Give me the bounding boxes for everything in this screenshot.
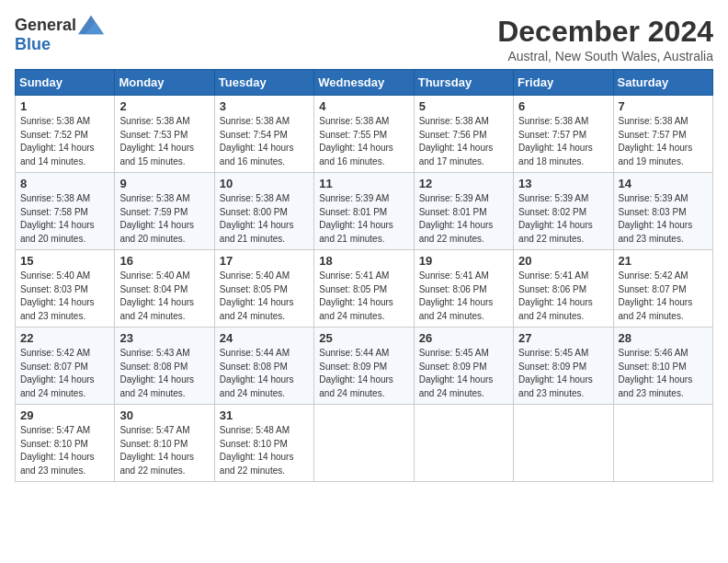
week-row-1: 1Sunrise: 5:38 AMSunset: 7:52 PMDaylight… xyxy=(16,96,713,173)
calendar-cell: 22Sunrise: 5:42 AMSunset: 8:07 PMDayligh… xyxy=(16,327,115,405)
day-number: 3 xyxy=(220,99,309,113)
day-number: 13 xyxy=(518,177,608,190)
day-number: 6 xyxy=(518,99,608,113)
header-wednesday: Wednesday xyxy=(314,70,414,96)
calendar-cell: 5Sunrise: 5:38 AMSunset: 7:56 PMDaylight… xyxy=(414,96,513,173)
title-area: December 2024 Austral, New South Wales, … xyxy=(497,15,713,63)
calendar-cell: 23Sunrise: 5:43 AMSunset: 8:08 PMDayligh… xyxy=(115,327,214,405)
day-info: Sunrise: 5:38 AMSunset: 8:00 PMDaylight:… xyxy=(220,192,309,246)
day-info: Sunrise: 5:40 AMSunset: 8:05 PMDaylight:… xyxy=(220,270,309,323)
header: General Blue December 2024 Austral, New … xyxy=(15,15,713,63)
day-info: Sunrise: 5:38 AMSunset: 7:54 PMDaylight:… xyxy=(220,115,309,168)
day-info: Sunrise: 5:40 AMSunset: 8:03 PMDaylight:… xyxy=(20,270,109,323)
day-info: Sunrise: 5:46 AMSunset: 8:10 PMDaylight:… xyxy=(619,347,708,400)
day-number: 10 xyxy=(220,177,309,190)
month-title: December 2024 xyxy=(497,15,713,49)
calendar-cell: 10Sunrise: 5:38 AMSunset: 8:00 PMDayligh… xyxy=(214,173,313,250)
calendar-cell: 30Sunrise: 5:47 AMSunset: 8:10 PMDayligh… xyxy=(115,405,214,482)
day-info: Sunrise: 5:44 AMSunset: 8:09 PMDaylight:… xyxy=(319,347,408,400)
day-number: 28 xyxy=(619,331,708,345)
calendar-cell: 8Sunrise: 5:38 AMSunset: 7:58 PMDaylight… xyxy=(16,173,115,250)
location-title: Austral, New South Wales, Australia xyxy=(497,49,713,63)
calendar-cell: 21Sunrise: 5:42 AMSunset: 8:07 PMDayligh… xyxy=(613,250,712,327)
day-info: Sunrise: 5:47 AMSunset: 8:10 PMDaylight:… xyxy=(20,424,109,477)
calendar-cell: 17Sunrise: 5:40 AMSunset: 8:05 PMDayligh… xyxy=(214,250,313,327)
logo-icon xyxy=(78,15,104,35)
day-info: Sunrise: 5:38 AMSunset: 7:57 PMDaylight:… xyxy=(619,115,708,168)
day-number: 27 xyxy=(518,331,608,345)
day-number: 16 xyxy=(119,254,209,268)
day-info: Sunrise: 5:40 AMSunset: 8:04 PMDaylight:… xyxy=(119,270,209,323)
day-info: Sunrise: 5:39 AMSunset: 8:03 PMDaylight:… xyxy=(619,192,708,246)
calendar-cell: 24Sunrise: 5:44 AMSunset: 8:08 PMDayligh… xyxy=(214,327,313,405)
calendar-cell: 9Sunrise: 5:38 AMSunset: 7:59 PMDaylight… xyxy=(115,173,214,250)
day-info: Sunrise: 5:45 AMSunset: 8:09 PMDaylight:… xyxy=(518,347,608,400)
day-number: 31 xyxy=(220,408,309,422)
day-info: Sunrise: 5:38 AMSunset: 7:59 PMDaylight:… xyxy=(119,192,209,246)
day-info: Sunrise: 5:38 AMSunset: 7:52 PMDaylight:… xyxy=(20,115,109,168)
day-info: Sunrise: 5:42 AMSunset: 8:07 PMDaylight:… xyxy=(619,270,708,323)
calendar-cell: 25Sunrise: 5:44 AMSunset: 8:09 PMDayligh… xyxy=(314,327,414,405)
day-info: Sunrise: 5:48 AMSunset: 8:10 PMDaylight:… xyxy=(220,424,309,477)
day-info: Sunrise: 5:41 AMSunset: 8:06 PMDaylight:… xyxy=(518,270,608,323)
day-info: Sunrise: 5:44 AMSunset: 8:08 PMDaylight:… xyxy=(220,347,309,400)
calendar-cell: 6Sunrise: 5:38 AMSunset: 7:57 PMDaylight… xyxy=(514,96,613,173)
day-info: Sunrise: 5:41 AMSunset: 8:05 PMDaylight:… xyxy=(319,270,408,323)
calendar-cell: 1Sunrise: 5:38 AMSunset: 7:52 PMDaylight… xyxy=(16,96,115,173)
day-number: 5 xyxy=(419,99,508,113)
day-number: 25 xyxy=(319,331,408,345)
calendar-cell: 18Sunrise: 5:41 AMSunset: 8:05 PMDayligh… xyxy=(314,250,414,327)
day-number: 19 xyxy=(419,254,508,268)
calendar-cell: 16Sunrise: 5:40 AMSunset: 8:04 PMDayligh… xyxy=(115,250,214,327)
calendar-cell: 2Sunrise: 5:38 AMSunset: 7:53 PMDaylight… xyxy=(115,96,214,173)
day-number: 26 xyxy=(419,331,508,345)
week-row-4: 22Sunrise: 5:42 AMSunset: 8:07 PMDayligh… xyxy=(16,327,713,405)
day-number: 11 xyxy=(319,177,408,190)
week-row-3: 15Sunrise: 5:40 AMSunset: 8:03 PMDayligh… xyxy=(16,250,713,327)
calendar-cell: 11Sunrise: 5:39 AMSunset: 8:01 PMDayligh… xyxy=(314,173,414,250)
header-thursday: Thursday xyxy=(414,70,513,96)
calendar-cell: 28Sunrise: 5:46 AMSunset: 8:10 PMDayligh… xyxy=(613,327,712,405)
day-number: 9 xyxy=(119,177,209,190)
day-number: 17 xyxy=(220,254,309,268)
calendar-cell: 26Sunrise: 5:45 AMSunset: 8:09 PMDayligh… xyxy=(414,327,513,405)
calendar-cell: 12Sunrise: 5:39 AMSunset: 8:01 PMDayligh… xyxy=(414,173,513,250)
calendar-cell: 19Sunrise: 5:41 AMSunset: 8:06 PMDayligh… xyxy=(414,250,513,327)
day-number: 15 xyxy=(20,254,109,268)
day-info: Sunrise: 5:39 AMSunset: 8:01 PMDaylight:… xyxy=(419,192,508,246)
day-number: 29 xyxy=(20,408,109,422)
day-info: Sunrise: 5:43 AMSunset: 8:08 PMDaylight:… xyxy=(119,347,209,400)
day-number: 21 xyxy=(619,254,708,268)
day-info: Sunrise: 5:41 AMSunset: 8:06 PMDaylight:… xyxy=(419,270,508,323)
calendar-cell: 29Sunrise: 5:47 AMSunset: 8:10 PMDayligh… xyxy=(16,405,115,482)
calendar-cell: 13Sunrise: 5:39 AMSunset: 8:02 PMDayligh… xyxy=(514,173,613,250)
day-info: Sunrise: 5:38 AMSunset: 7:56 PMDaylight:… xyxy=(419,115,508,168)
day-info: Sunrise: 5:39 AMSunset: 8:02 PMDaylight:… xyxy=(518,192,608,246)
day-number: 24 xyxy=(220,331,309,345)
day-info: Sunrise: 5:38 AMSunset: 7:58 PMDaylight:… xyxy=(20,192,109,246)
logo-blue: Blue xyxy=(15,35,51,54)
day-number: 18 xyxy=(319,254,408,268)
calendar-cell xyxy=(414,405,513,482)
calendar-cell xyxy=(613,405,712,482)
calendar-cell: 15Sunrise: 5:40 AMSunset: 8:03 PMDayligh… xyxy=(16,250,115,327)
day-number: 20 xyxy=(518,254,608,268)
day-info: Sunrise: 5:38 AMSunset: 7:55 PMDaylight:… xyxy=(319,115,408,168)
calendar-cell: 31Sunrise: 5:48 AMSunset: 8:10 PMDayligh… xyxy=(214,405,313,482)
calendar-cell: 20Sunrise: 5:41 AMSunset: 8:06 PMDayligh… xyxy=(514,250,613,327)
header-tuesday: Tuesday xyxy=(214,70,313,96)
logo: General Blue xyxy=(15,15,104,54)
day-info: Sunrise: 5:39 AMSunset: 8:01 PMDaylight:… xyxy=(319,192,408,246)
day-number: 2 xyxy=(119,99,209,113)
day-number: 30 xyxy=(119,408,209,422)
day-number: 7 xyxy=(619,99,708,113)
header-friday: Friday xyxy=(514,70,613,96)
calendar-table: SundayMondayTuesdayWednesdayThursdayFrid… xyxy=(15,69,713,482)
calendar-cell: 14Sunrise: 5:39 AMSunset: 8:03 PMDayligh… xyxy=(613,173,712,250)
day-number: 4 xyxy=(319,99,408,113)
day-number: 14 xyxy=(619,177,708,190)
calendar-cell: 7Sunrise: 5:38 AMSunset: 7:57 PMDaylight… xyxy=(613,96,712,173)
day-info: Sunrise: 5:42 AMSunset: 8:07 PMDaylight:… xyxy=(20,347,109,400)
logo-general: General xyxy=(15,16,76,35)
calendar-cell: 4Sunrise: 5:38 AMSunset: 7:55 PMDaylight… xyxy=(314,96,414,173)
